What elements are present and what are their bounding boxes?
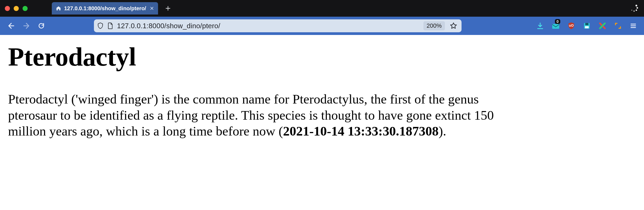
x-extension-button[interactable] bbox=[598, 21, 607, 30]
svg-point-3 bbox=[634, 10, 635, 12]
forward-button[interactable] bbox=[21, 20, 32, 31]
svg-point-4 bbox=[631, 10, 632, 11]
svg-rect-5 bbox=[552, 24, 559, 29]
svg-point-2 bbox=[636, 9, 637, 11]
ublock-extension-button[interactable]: uO bbox=[567, 21, 576, 30]
svg-point-0 bbox=[635, 5, 637, 6]
reload-button[interactable] bbox=[36, 20, 47, 31]
tracking-protection-icon[interactable] bbox=[97, 22, 104, 29]
svg-text:uO: uO bbox=[569, 24, 574, 27]
svg-rect-9 bbox=[585, 26, 589, 28]
paragraph-text-post: ). bbox=[438, 124, 446, 138]
tab-close-button[interactable] bbox=[149, 5, 155, 11]
mail-extension-button[interactable]: 0 bbox=[551, 21, 560, 30]
save-extension-button[interactable] bbox=[582, 21, 591, 30]
site-identity-icon[interactable] bbox=[107, 22, 113, 29]
url-text[interactable]: 127.0.0.1:8000/show_dino/ptero/ bbox=[117, 22, 420, 30]
window-zoom-button[interactable] bbox=[23, 6, 28, 11]
paragraph-timestamp: 2021-10-14 13:33:30.187308 bbox=[283, 124, 439, 138]
bookmark-star-button[interactable] bbox=[449, 22, 458, 30]
downloads-button[interactable] bbox=[536, 21, 545, 30]
loading-spinner-icon bbox=[630, 4, 639, 13]
window-controls bbox=[5, 6, 28, 11]
back-button[interactable] bbox=[6, 20, 17, 31]
browser-tab[interactable]: 127.0.0.1:8000/show_dino/ptero/ bbox=[52, 2, 158, 15]
fullscreen-extension-button[interactable] bbox=[613, 21, 623, 30]
tab-strip: 127.0.0.1:8000/show_dino/ptero/ bbox=[0, 0, 644, 17]
zoom-level-badge[interactable]: 200% bbox=[423, 21, 445, 30]
window-close-button[interactable] bbox=[5, 6, 10, 11]
address-bar[interactable]: 127.0.0.1:8000/show_dino/ptero/ 200% bbox=[94, 19, 462, 32]
page-paragraph: Pterodactyl ('winged finger') is the com… bbox=[8, 91, 504, 139]
svg-rect-8 bbox=[585, 23, 588, 25]
new-tab-button[interactable] bbox=[163, 3, 173, 13]
tab-title: 127.0.0.1:8000/show_dino/ptero/ bbox=[64, 5, 146, 12]
svg-point-1 bbox=[636, 7, 638, 9]
tab-favicon-icon bbox=[56, 5, 61, 11]
app-menu-button[interactable] bbox=[628, 21, 638, 31]
window-minimize-button[interactable] bbox=[14, 6, 19, 11]
mail-badge: 0 bbox=[555, 19, 560, 24]
browser-toolbar: 127.0.0.1:8000/show_dino/ptero/ 200% 0 u… bbox=[0, 17, 644, 35]
toolbar-extensions: 0 uO bbox=[536, 21, 623, 30]
page-title: Pterodactyl bbox=[8, 43, 636, 71]
page-content: Pterodactyl Pterodactyl ('winged finger'… bbox=[0, 35, 644, 139]
